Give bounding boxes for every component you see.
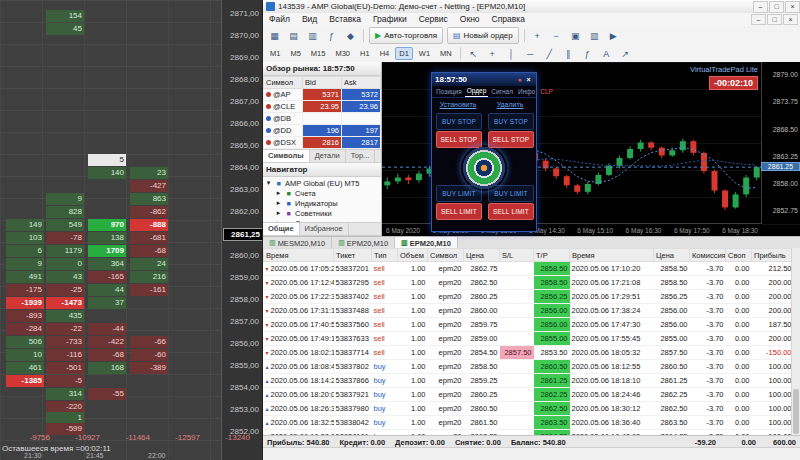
delete-sell-stop-button[interactable]: SELL STOP	[488, 131, 534, 148]
new-order-button[interactable]: ▤Новый ордер	[447, 27, 519, 44]
history-row[interactable]: ▾2020.05.06 17:12:4453837295sell1.00epm2…	[264, 276, 793, 290]
tradepad-tab-сигнал[interactable]: Сигнал	[489, 87, 515, 97]
bullseye-target-icon[interactable]	[461, 145, 507, 191]
market-watch-tab[interactable]: Тор...	[346, 150, 376, 162]
menu-item-6[interactable]: Справка	[486, 13, 531, 26]
market-watch-row[interactable]: @DB	[264, 113, 381, 125]
zoom-out-icon[interactable]: −	[548, 27, 565, 44]
navigator-tab[interactable]: Общие	[263, 223, 300, 235]
history-row[interactable]: ▾2020.05.06 17:31:1253837488sell1.00epm2…	[264, 304, 793, 318]
timeframe-m1[interactable]: M1	[266, 47, 284, 60]
history-scrollbar[interactable]	[791, 248, 800, 436]
close-icon[interactable]: ×	[524, 76, 533, 83]
market-watch-tab[interactable]: Детали	[310, 150, 346, 162]
cursor-icon[interactable]: ↖	[465, 45, 482, 62]
history-row[interactable]: ▾2020.05.06 17:05:2153837201sell1.00epm2…	[264, 262, 793, 276]
navigator-tab[interactable]: Избранное	[300, 223, 349, 235]
arrow-object-icon[interactable]: ↗	[617, 45, 634, 62]
menu-item-1[interactable]: Вид	[296, 13, 323, 26]
child-maximize-button[interactable]: □	[767, 14, 782, 25]
collapse-icon[interactable]: ▾	[265, 179, 272, 187]
menu-item-3[interactable]: Графики	[367, 13, 413, 26]
history-cell: buy	[372, 360, 398, 374]
history-cell: epm20	[428, 304, 464, 318]
experts-icon: ■	[285, 210, 292, 217]
candle-chart-icon: ▥	[269, 239, 276, 247]
delete-buy-stop-button[interactable]: BUY STOP	[488, 113, 534, 130]
history-row[interactable]: ▾2020.05.06 17:22:3653837402sell1.00epm2…	[264, 290, 793, 304]
set-buy-stop-button[interactable]: BUY STOP	[436, 113, 482, 130]
crosshair-icon[interactable]: +	[484, 45, 501, 62]
tradepad-tab-позиция[interactable]: Позиция	[434, 87, 464, 97]
history-row[interactable]: ▾2020.05.06 17:40:5553837560sell1.00epm2…	[264, 318, 793, 332]
close-button[interactable]: ×	[785, 1, 800, 13]
market-watch-row[interactable]: @DSX28162817	[264, 137, 381, 149]
strategy-tester-icon[interactable]: ▶	[605, 27, 622, 44]
navigator-item-индикаторы[interactable]: ▸■Индикаторы	[265, 198, 379, 208]
timeframe-d1[interactable]: D1	[395, 47, 413, 60]
navigator-root[interactable]: ▾■AMP Global (EU) MT5	[265, 178, 379, 188]
indicators-icon[interactable]: ƒ	[323, 27, 340, 44]
market-watch-row[interactable]: @DD196197	[264, 125, 381, 137]
sell-deal-icon: ▾	[266, 280, 269, 286]
fibonacci-icon[interactable]: ƒ	[579, 45, 596, 62]
set-sell-limit-button[interactable]: SELL LIMIT	[436, 203, 482, 220]
expand-icon[interactable]: ▸	[275, 189, 282, 197]
maximize-button[interactable]: □	[769, 1, 784, 13]
timeframe-m30[interactable]: M30	[331, 47, 354, 60]
set-orders-header[interactable]: Установить	[432, 98, 484, 111]
zoom-in-icon[interactable]: +	[529, 27, 546, 44]
scrollbar-thumb[interactable]	[793, 389, 799, 434]
navigator-item-счета[interactable]: ▸■Счета	[265, 188, 379, 198]
equidistant-channel-icon[interactable]: ∥	[560, 45, 577, 62]
timeframe-mn[interactable]: MN	[436, 47, 456, 60]
history-row[interactable]: ▾2020.05.06 17:49:1853837633sell1.00epm2…	[264, 332, 793, 346]
expand-icon[interactable]: ▸	[275, 199, 282, 207]
autotrade-button[interactable]: ▶Авто-торговля	[369, 27, 443, 44]
history-row[interactable]: ▴2020.05.06 18:08:4053837802buy1.00epm20…	[264, 360, 793, 374]
history-row[interactable]: ▴2020.05.06 18:26:3153837980buy1.00epm20…	[264, 402, 793, 416]
horizontal-line-icon[interactable]: ─	[522, 45, 539, 62]
market-watch-row[interactable]: @CLE23.9523.96	[264, 101, 381, 113]
templates-icon[interactable]: ▥	[304, 27, 321, 44]
market-watch-tab[interactable]: Символы	[263, 150, 310, 162]
minimize-button[interactable]: –	[753, 1, 768, 13]
history-row[interactable]: ▴2020.05.06 18:32:5853838042buy1.00epm20…	[264, 416, 793, 430]
navigator-item-советники[interactable]: ▸■Советники	[265, 208, 379, 218]
history-cell: 0.00	[726, 290, 752, 304]
vertical-line-icon[interactable]: │	[503, 45, 520, 62]
trendline-icon[interactable]: ╱	[541, 45, 558, 62]
pin-icon[interactable]: ●	[515, 76, 524, 83]
history-row[interactable]: ▴2020.05.06 18:14:2753837866buy1.00epm20…	[264, 374, 793, 388]
history-column: Своп	[726, 249, 752, 262]
footprint-price-label: 2871,00	[223, 8, 261, 19]
menu-item-4[interactable]: Сервис	[413, 13, 454, 26]
delete-orders-header[interactable]: Удалить	[484, 98, 536, 111]
timeframe-w1[interactable]: W1	[415, 47, 434, 60]
menu-item-2[interactable]: Вставка	[323, 13, 367, 26]
objects-list-icon[interactable]: ◆	[342, 27, 359, 44]
new-chart-icon[interactable]: ▦	[266, 27, 283, 44]
history-row[interactable]: ▾2020.05.06 18:02:1153837714sell1.00epm2…	[264, 346, 793, 360]
child-close-button[interactable]: ×	[783, 14, 798, 25]
data-window-icon[interactable]: ▥	[586, 27, 603, 44]
text-label-icon[interactable]: A	[598, 45, 615, 62]
tile-windows-icon[interactable]: ▣	[567, 27, 584, 44]
menu-item-5[interactable]: Окно	[454, 13, 486, 26]
child-minimize-button[interactable]: –	[751, 14, 766, 25]
expand-icon[interactable]: ▸	[275, 209, 282, 217]
tradepad-tab-ордер[interactable]: Ордер	[465, 86, 489, 97]
delete-sell-limit-button[interactable]: SELL LIMIT	[488, 203, 534, 220]
timeframe-m15[interactable]: M15	[307, 47, 330, 60]
timeframe-h4[interactable]: H4	[376, 47, 394, 60]
timeframe-m5[interactable]: M5	[286, 47, 304, 60]
footprint-cell: 140	[88, 167, 126, 179]
market-watch-row[interactable]: @AP53715372	[264, 89, 381, 101]
menu-item-0[interactable]: Файл	[263, 13, 296, 26]
tradepad-tab-инфо[interactable]: Инфо	[516, 87, 537, 97]
history-row[interactable]: ▴2020.05.06 18:20:0353837921buy1.00epm20…	[264, 388, 793, 402]
timeframe-h1[interactable]: H1	[356, 47, 374, 60]
chart-profiles-icon[interactable]: ▤	[285, 27, 302, 44]
history-cell: 2860.00	[464, 304, 500, 318]
tradepad-tab-clp[interactable]: CLP	[538, 87, 555, 97]
